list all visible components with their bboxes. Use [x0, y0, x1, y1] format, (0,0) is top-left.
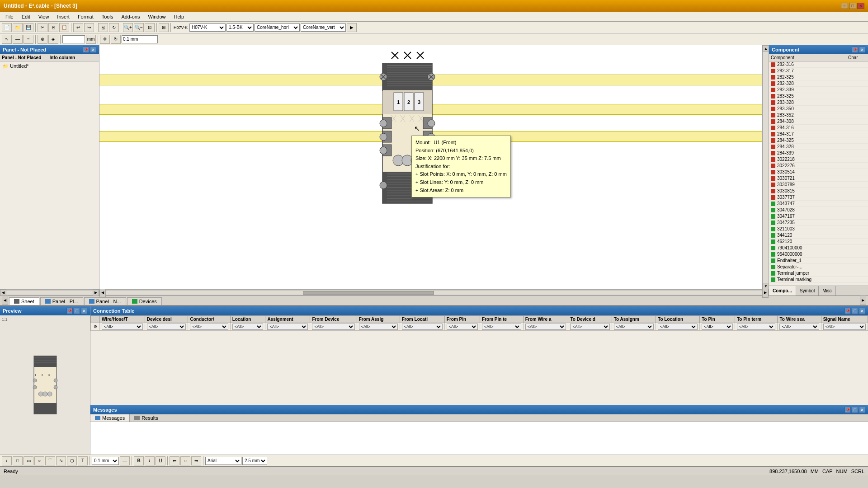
- filter-from-device[interactable]: <All>: [310, 323, 357, 331]
- msg-max-btn[interactable]: □: [852, 407, 858, 413]
- list-item[interactable]: 284-328: [769, 144, 868, 150]
- col-to-assign[interactable]: To Assignm: [612, 316, 656, 323]
- tree-item-untitled[interactable]: 📁 Untitled*: [1, 62, 98, 70]
- filter-from-assign[interactable]: <All>: [357, 323, 400, 331]
- zoom-fit-btn[interactable]: ⊡: [145, 23, 155, 32]
- list-item[interactable]: 282-339: [769, 87, 868, 93]
- menu-insert[interactable]: Insert: [53, 13, 73, 20]
- tab-messages[interactable]: Messages: [90, 414, 130, 422]
- preview-pin-btn[interactable]: 📌: [66, 308, 73, 314]
- hscroll-track[interactable]: [106, 291, 762, 295]
- more-btn[interactable]: ▶: [347, 23, 357, 32]
- col-to-pin[interactable]: To Pin: [700, 316, 735, 323]
- menu-window[interactable]: Window: [144, 13, 169, 20]
- filter-to-assign[interactable]: <All>: [612, 323, 656, 331]
- rotate-btn[interactable]: ↻: [111, 35, 121, 44]
- col-to-pin-te[interactable]: To Pin term: [735, 316, 778, 323]
- preview-max-btn[interactable]: □: [74, 308, 80, 314]
- conn-pin-btn[interactable]: 📌: [844, 308, 851, 314]
- list-item[interactable]: Endhalter_1: [769, 258, 868, 264]
- redo-btn[interactable]: ↪: [84, 23, 94, 32]
- list-item[interactable]: 3047235: [769, 220, 868, 226]
- list-item[interactable]: 283-350: [769, 106, 868, 112]
- filter-wire[interactable]: <All>: [100, 323, 145, 331]
- conn-max-btn[interactable]: □: [852, 308, 858, 314]
- list-item[interactable]: 9540000000: [769, 251, 868, 258]
- new-btn[interactable]: 📄: [2, 23, 12, 32]
- line-style-btn[interactable]: —: [120, 456, 130, 465]
- filter-signal[interactable]: <All>: [821, 323, 868, 331]
- list-item[interactable]: 282-328: [769, 80, 868, 87]
- panel-pin-btn[interactable]: 📌: [83, 47, 89, 53]
- draw-bezier-btn[interactable]: ∿: [56, 456, 66, 465]
- list-item[interactable]: Separator-...: [769, 264, 868, 270]
- menu-addons[interactable]: Add-ons: [118, 13, 143, 20]
- list-item[interactable]: 284-339: [769, 150, 868, 156]
- connection-table-wrap[interactable]: Wire/Hose/T Device desi Conductor/ Locat…: [90, 315, 868, 405]
- scroll-thumb[interactable]: [763, 52, 769, 283]
- list-item[interactable]: 282-325: [769, 74, 868, 80]
- canvas-hscroll[interactable]: ◀ ▶: [99, 289, 769, 296]
- filter-from-pin-te[interactable]: <All>: [480, 323, 524, 331]
- tab-scroll-right[interactable]: ▶: [860, 295, 866, 305]
- refresh-btn[interactable]: ↻: [109, 23, 119, 32]
- canvas-area[interactable]: 1 2 3: [99, 45, 769, 289]
- list-item[interactable]: 3047028: [769, 207, 868, 213]
- measure-input[interactable]: 0 mm: [62, 35, 85, 43]
- tab-panel-notplaced[interactable]: Panel - N...: [84, 297, 126, 305]
- col-location[interactable]: Location: [230, 316, 265, 323]
- select-btn[interactable]: ↖: [2, 35, 12, 44]
- filter-assignment[interactable]: <All>: [265, 323, 310, 331]
- col-to-device[interactable]: To Device d: [568, 316, 612, 323]
- col-assignment[interactable]: Assignment: [265, 316, 310, 323]
- cut-btn[interactable]: ✂: [38, 23, 47, 32]
- list-item[interactable]: 3022218: [769, 156, 868, 163]
- move-btn[interactable]: ✥: [100, 35, 110, 44]
- draw-arc-btn[interactable]: ⌒: [45, 456, 55, 465]
- font-size-select[interactable]: 2.5 mm: [242, 457, 267, 465]
- tab-scroll-left[interactable]: ◀: [2, 295, 8, 305]
- list-item[interactable]: 282-317: [769, 68, 868, 74]
- menu-format[interactable]: Format: [74, 13, 97, 20]
- draw-circle-btn[interactable]: ○: [34, 456, 44, 465]
- align-center-btn[interactable]: ↔: [180, 456, 190, 465]
- tab-component[interactable]: Compo...: [769, 286, 796, 296]
- maximize-button[interactable]: □: [849, 3, 856, 9]
- list-item[interactable]: 283-325: [769, 93, 868, 99]
- component-pin-btn[interactable]: 📌: [852, 47, 858, 53]
- filter-conductor[interactable]: <All>: [188, 323, 230, 331]
- align-left-btn[interactable]: ⬅: [170, 456, 179, 465]
- col-from-assign[interactable]: From Assig: [357, 316, 400, 323]
- list-item[interactable]: 3022276: [769, 163, 868, 169]
- panel-close-btn[interactable]: ×: [90, 47, 96, 53]
- list-item[interactable]: 3211003: [769, 226, 868, 232]
- wire-size-select[interactable]: 1.5-BK: [226, 23, 254, 32]
- list-item[interactable]: 462120: [769, 239, 868, 245]
- draw-text-btn[interactable]: T: [78, 456, 88, 465]
- col-to-loc[interactable]: To Location: [656, 316, 700, 323]
- preview-close-btn[interactable]: ×: [81, 308, 87, 314]
- filter-to-pin-te[interactable]: <All>: [735, 323, 778, 331]
- tab-results[interactable]: Results: [130, 414, 163, 422]
- scroll-track[interactable]: [6, 291, 93, 295]
- list-item[interactable]: 7904100000: [769, 245, 868, 251]
- draw-underline-btn[interactable]: U: [156, 456, 165, 465]
- symbol-btn[interactable]: ◈: [48, 35, 58, 44]
- filter-to-wire[interactable]: <All>: [778, 323, 821, 331]
- list-item[interactable]: Terminal jumper: [769, 270, 868, 277]
- filter-to-pin[interactable]: <All>: [700, 323, 735, 331]
- list-item[interactable]: 3030721: [769, 175, 868, 182]
- menu-edit[interactable]: Edit: [18, 13, 34, 20]
- menu-help[interactable]: Help: [170, 13, 188, 20]
- panel-scrollbar[interactable]: ◀ ▶: [0, 289, 99, 296]
- snap-input[interactable]: [122, 35, 158, 43]
- col-from-pin-te[interactable]: From Pin te: [480, 316, 524, 323]
- col-conductor[interactable]: Conductor/: [188, 316, 230, 323]
- list-item[interactable]: 284-308: [769, 118, 868, 125]
- list-item[interactable]: Terminal marking: [769, 277, 868, 283]
- draw-italic-btn[interactable]: I: [145, 456, 155, 465]
- save-btn[interactable]: 💾: [24, 23, 33, 32]
- tab-panel-placed[interactable]: Panel - Pl...: [40, 297, 83, 305]
- list-item[interactable]: 344120: [769, 232, 868, 239]
- col-wire[interactable]: Wire/Hose/T: [100, 316, 145, 323]
